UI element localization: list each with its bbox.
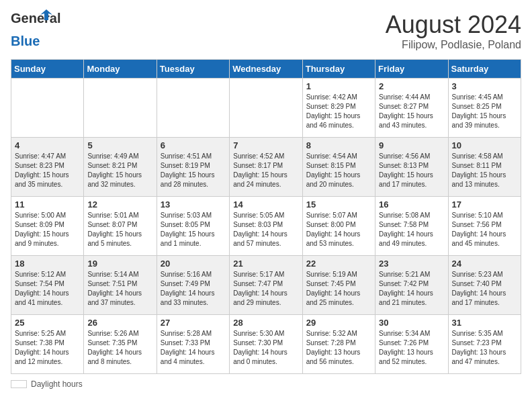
day-number: 28 [233,318,298,328]
calendar-cell: 3Sunrise: 4:45 AM Sunset: 8:25 PM Daylig… [448,79,521,138]
location-subtitle: Filipow, Podlasie, Poland [386,39,521,51]
cell-sun-info: Sunrise: 5:10 AM Sunset: 7:56 PM Dayligh… [452,211,517,248]
day-number: 14 [233,199,298,210]
logo-bird-icon [40,9,52,20]
day-number: 21 [233,259,298,269]
calendar-cell: 9Sunrise: 4:56 AM Sunset: 8:13 PM Daylig… [375,138,448,197]
calendar-table: SundayMondayTuesdayWednesdayThursdayFrid… [11,59,521,374]
calendar-week-row: 1Sunrise: 4:42 AM Sunset: 8:29 PM Daylig… [11,79,521,138]
day-number: 29 [306,318,371,328]
calendar-week-row: 4Sunrise: 4:47 AM Sunset: 8:23 PM Daylig… [11,138,521,197]
cell-sun-info: Sunrise: 4:49 AM Sunset: 8:21 PM Dayligh… [87,152,152,189]
calendar-day-header: Thursday [302,60,375,79]
cell-sun-info: Sunrise: 4:58 AM Sunset: 8:11 PM Dayligh… [452,152,517,189]
day-number: 8 [306,140,371,150]
calendar-day-header: Monday [84,60,157,79]
calendar-cell: 20Sunrise: 5:16 AM Sunset: 7:49 PM Dayli… [157,256,229,315]
day-number: 1 [306,81,371,91]
cell-sun-info: Sunrise: 4:51 AM Sunset: 8:19 PM Dayligh… [161,152,226,189]
day-number: 5 [87,140,152,150]
day-number: 6 [161,140,226,150]
day-number: 16 [379,199,444,210]
calendar-cell [11,79,84,138]
day-number: 15 [306,199,371,210]
calendar-cell: 1Sunrise: 4:42 AM Sunset: 8:29 PM Daylig… [302,79,375,138]
calendar-cell: 5Sunrise: 4:49 AM Sunset: 8:21 PM Daylig… [84,138,157,197]
day-number: 24 [452,259,517,269]
calendar-week-row: 11Sunrise: 5:00 AM Sunset: 8:09 PM Dayli… [11,197,521,256]
cell-sun-info: Sunrise: 5:23 AM Sunset: 7:40 PM Dayligh… [452,270,517,308]
month-year-title: August 2024 [386,11,521,39]
cell-sun-info: Sunrise: 4:52 AM Sunset: 8:17 PM Dayligh… [233,152,298,189]
cell-sun-info: Sunrise: 5:34 AM Sunset: 7:26 PM Dayligh… [379,329,444,367]
svg-marker-0 [40,9,52,20]
calendar-day-header: Wednesday [230,60,302,79]
cell-sun-info: Sunrise: 5:32 AM Sunset: 7:28 PM Dayligh… [306,329,371,367]
day-number: 10 [452,140,517,150]
calendar-cell [84,79,157,138]
calendar-cell: 27Sunrise: 5:28 AM Sunset: 7:33 PM Dayli… [157,315,229,374]
logo-general: General [11,11,60,26]
calendar-cell: 11Sunrise: 5:00 AM Sunset: 8:09 PM Dayli… [11,197,84,256]
day-number: 31 [452,318,517,328]
day-number: 12 [87,199,152,210]
page-header: General Blue August 2024 Filipow, Podlas… [11,11,521,51]
legend-label: Daylight hours [31,379,83,389]
day-number: 17 [452,199,517,210]
calendar-cell [230,79,302,138]
calendar-header-row: SundayMondayTuesdayWednesdayThursdayFrid… [11,60,521,79]
calendar-day-header: Sunday [11,60,84,79]
calendar-cell: 4Sunrise: 4:47 AM Sunset: 8:23 PM Daylig… [11,138,84,197]
calendar-cell: 2Sunrise: 4:44 AM Sunset: 8:27 PM Daylig… [375,79,448,138]
cell-sun-info: Sunrise: 4:54 AM Sunset: 8:15 PM Dayligh… [306,152,371,189]
calendar-cell: 26Sunrise: 5:26 AM Sunset: 7:35 PM Dayli… [84,315,157,374]
day-number: 13 [161,199,226,210]
cell-sun-info: Sunrise: 4:47 AM Sunset: 8:23 PM Dayligh… [15,152,80,189]
cell-sun-info: Sunrise: 5:16 AM Sunset: 7:49 PM Dayligh… [161,270,226,308]
legend-box [11,380,27,388]
day-number: 18 [15,259,80,269]
cell-sun-info: Sunrise: 5:01 AM Sunset: 8:07 PM Dayligh… [87,211,152,248]
cell-sun-info: Sunrise: 4:44 AM Sunset: 8:27 PM Dayligh… [379,93,444,130]
cell-sun-info: Sunrise: 5:30 AM Sunset: 7:30 PM Dayligh… [233,329,298,367]
calendar-cell: 29Sunrise: 5:32 AM Sunset: 7:28 PM Dayli… [302,315,375,374]
cell-sun-info: Sunrise: 5:19 AM Sunset: 7:45 PM Dayligh… [306,270,371,308]
day-number: 7 [233,140,298,150]
cell-sun-info: Sunrise: 5:26 AM Sunset: 7:35 PM Dayligh… [87,329,152,367]
calendar-week-row: 18Sunrise: 5:12 AM Sunset: 7:54 PM Dayli… [11,256,521,315]
cell-sun-info: Sunrise: 5:12 AM Sunset: 7:54 PM Dayligh… [15,270,80,308]
day-number: 9 [379,140,444,150]
calendar-cell: 13Sunrise: 5:03 AM Sunset: 8:05 PM Dayli… [157,197,229,256]
calendar-cell: 12Sunrise: 5:01 AM Sunset: 8:07 PM Dayli… [84,197,157,256]
day-number: 3 [452,81,517,91]
calendar-day-header: Saturday [448,60,521,79]
calendar-cell: 16Sunrise: 5:08 AM Sunset: 7:58 PM Dayli… [375,197,448,256]
calendar-cell: 15Sunrise: 5:07 AM Sunset: 8:00 PM Dayli… [302,197,375,256]
cell-sun-info: Sunrise: 5:05 AM Sunset: 8:03 PM Dayligh… [233,211,298,248]
calendar-cell: 24Sunrise: 5:23 AM Sunset: 7:40 PM Dayli… [448,256,521,315]
calendar-cell: 7Sunrise: 4:52 AM Sunset: 8:17 PM Daylig… [230,138,302,197]
calendar-cell: 30Sunrise: 5:34 AM Sunset: 7:26 PM Dayli… [375,315,448,374]
day-number: 22 [306,259,371,269]
calendar-cell: 22Sunrise: 5:19 AM Sunset: 7:45 PM Dayli… [302,256,375,315]
logo: General Blue [11,11,40,49]
legend: Daylight hours [11,379,521,389]
calendar-cell: 17Sunrise: 5:10 AM Sunset: 7:56 PM Dayli… [448,197,521,256]
calendar-cell: 10Sunrise: 4:58 AM Sunset: 8:11 PM Dayli… [448,138,521,197]
day-number: 4 [15,140,80,150]
calendar-cell: 6Sunrise: 4:51 AM Sunset: 8:19 PM Daylig… [157,138,229,197]
cell-sun-info: Sunrise: 4:45 AM Sunset: 8:25 PM Dayligh… [452,93,517,130]
day-number: 23 [379,259,444,269]
cell-sun-info: Sunrise: 5:00 AM Sunset: 8:09 PM Dayligh… [15,211,80,248]
cell-sun-info: Sunrise: 4:42 AM Sunset: 8:29 PM Dayligh… [306,93,371,130]
calendar-cell: 14Sunrise: 5:05 AM Sunset: 8:03 PM Dayli… [230,197,302,256]
calendar-cell: 28Sunrise: 5:30 AM Sunset: 7:30 PM Dayli… [230,315,302,374]
cell-sun-info: Sunrise: 5:07 AM Sunset: 8:00 PM Dayligh… [306,211,371,248]
cell-sun-info: Sunrise: 4:56 AM Sunset: 8:13 PM Dayligh… [379,152,444,189]
calendar-cell: 8Sunrise: 4:54 AM Sunset: 8:15 PM Daylig… [302,138,375,197]
day-number: 2 [379,81,444,91]
calendar-day-header: Tuesday [157,60,229,79]
cell-sun-info: Sunrise: 5:03 AM Sunset: 8:05 PM Dayligh… [161,211,226,248]
title-section: August 2024 Filipow, Podlasie, Poland [386,11,521,51]
cell-sun-info: Sunrise: 5:35 AM Sunset: 7:23 PM Dayligh… [452,329,517,367]
